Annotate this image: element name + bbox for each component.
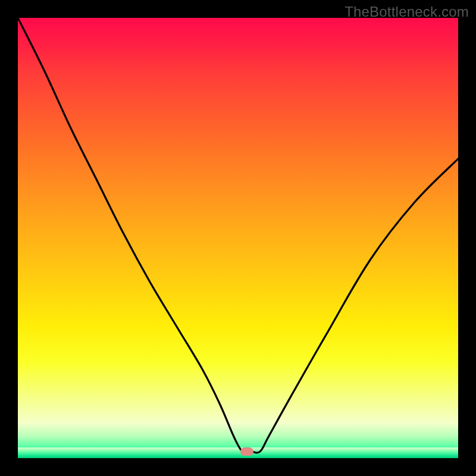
plot-area [18,18,458,458]
optimum-marker [240,447,253,456]
watermark-text: TheBottleneck.com [345,4,469,20]
chart-frame: TheBottleneck.com [0,0,476,476]
bottleneck-curve [18,18,458,458]
